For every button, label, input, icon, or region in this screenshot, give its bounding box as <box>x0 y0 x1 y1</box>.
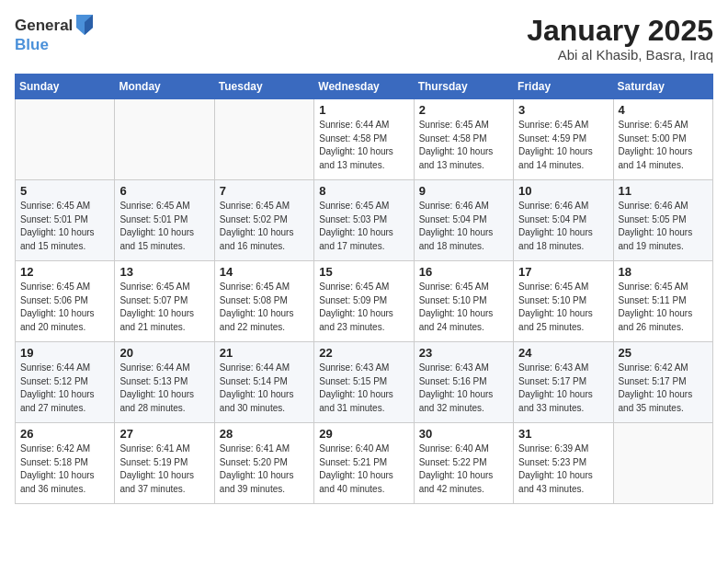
logo-general: General <box>15 17 73 35</box>
calendar-day <box>115 99 214 180</box>
logo-text: General Blue <box>15 15 93 54</box>
calendar-week-1: 1Sunrise: 6:44 AMSunset: 4:58 PMDaylight… <box>16 99 713 180</box>
day-number: 13 <box>119 265 209 279</box>
weekday-saturday: Saturday <box>613 75 712 99</box>
calendar-day: 22Sunrise: 6:43 AMSunset: 5:15 PMDayligh… <box>314 342 414 423</box>
calendar-day <box>16 99 115 180</box>
calendar-table: Sunday Monday Tuesday Wednesday Thursday… <box>15 74 713 504</box>
calendar-day: 3Sunrise: 6:45 AMSunset: 4:59 PMDaylight… <box>514 99 613 180</box>
day-number: 23 <box>419 346 508 360</box>
calendar-day: 1Sunrise: 6:44 AMSunset: 4:58 PMDaylight… <box>314 99 414 180</box>
calendar-day: 20Sunrise: 6:44 AMSunset: 5:13 PMDayligh… <box>115 342 214 423</box>
day-number: 19 <box>20 346 109 360</box>
day-number: 17 <box>518 265 608 279</box>
day-info: Sunrise: 6:45 AMSunset: 5:09 PMDaylight:… <box>319 281 408 334</box>
calendar-day: 30Sunrise: 6:40 AMSunset: 5:22 PMDayligh… <box>414 423 513 504</box>
day-info: Sunrise: 6:45 AMSunset: 4:58 PMDaylight:… <box>419 119 508 172</box>
day-number: 30 <box>419 427 508 441</box>
calendar-day: 6Sunrise: 6:45 AMSunset: 5:01 PMDaylight… <box>115 180 214 261</box>
day-number: 14 <box>220 265 309 279</box>
day-number: 5 <box>20 184 109 198</box>
day-info: Sunrise: 6:41 AMSunset: 5:20 PMDaylight:… <box>220 442 309 496</box>
day-number: 24 <box>518 346 608 360</box>
day-info: Sunrise: 6:45 AMSunset: 4:59 PMDaylight:… <box>518 119 608 172</box>
day-number: 26 <box>20 427 109 441</box>
calendar-day: 19Sunrise: 6:44 AMSunset: 5:12 PMDayligh… <box>16 342 115 423</box>
weekday-header-row: Sunday Monday Tuesday Wednesday Thursday… <box>16 75 713 99</box>
calendar-day: 28Sunrise: 6:41 AMSunset: 5:20 PMDayligh… <box>214 423 313 504</box>
calendar-day: 4Sunrise: 6:45 AMSunset: 5:00 PMDaylight… <box>613 99 712 180</box>
day-info: Sunrise: 6:44 AMSunset: 5:13 PMDaylight:… <box>119 362 209 415</box>
day-info: Sunrise: 6:45 AMSunset: 5:06 PMDaylight:… <box>20 281 109 334</box>
day-info: Sunrise: 6:45 AMSunset: 5:08 PMDaylight:… <box>220 281 309 334</box>
calendar-day: 13Sunrise: 6:45 AMSunset: 5:07 PMDayligh… <box>115 261 214 342</box>
logo-blue: Blue <box>15 37 93 54</box>
day-info: Sunrise: 6:44 AMSunset: 4:58 PMDaylight:… <box>319 119 408 172</box>
day-info: Sunrise: 6:42 AMSunset: 5:17 PMDaylight:… <box>619 362 708 415</box>
day-number: 9 <box>419 184 508 198</box>
calendar-day: 14Sunrise: 6:45 AMSunset: 5:08 PMDayligh… <box>214 261 313 342</box>
day-info: Sunrise: 6:45 AMSunset: 5:01 PMDaylight:… <box>20 200 109 253</box>
calendar-title: January 2025 <box>527 15 713 47</box>
day-number: 7 <box>220 184 309 198</box>
day-info: Sunrise: 6:45 AMSunset: 5:10 PMDaylight:… <box>518 281 608 334</box>
weekday-monday: Monday <box>115 75 214 99</box>
calendar-day: 27Sunrise: 6:41 AMSunset: 5:19 PMDayligh… <box>115 423 214 504</box>
day-info: Sunrise: 6:39 AMSunset: 5:23 PMDaylight:… <box>518 442 608 496</box>
day-info: Sunrise: 6:45 AMSunset: 5:07 PMDaylight:… <box>119 281 209 334</box>
calendar-day <box>613 423 712 504</box>
day-info: Sunrise: 6:46 AMSunset: 5:04 PMDaylight:… <box>419 200 508 253</box>
calendar-day: 16Sunrise: 6:45 AMSunset: 5:10 PMDayligh… <box>414 261 513 342</box>
day-info: Sunrise: 6:45 AMSunset: 5:11 PMDaylight:… <box>619 281 708 334</box>
calendar-day: 11Sunrise: 6:46 AMSunset: 5:05 PMDayligh… <box>613 180 712 261</box>
title-block: January 2025 Abi al Khasib, Basra, Iraq <box>527 15 713 63</box>
calendar-day: 17Sunrise: 6:45 AMSunset: 5:10 PMDayligh… <box>514 261 613 342</box>
day-info: Sunrise: 6:45 AMSunset: 5:02 PMDaylight:… <box>220 200 309 253</box>
logo: General Blue <box>15 15 93 54</box>
day-number: 11 <box>619 184 708 198</box>
calendar-thead: Sunday Monday Tuesday Wednesday Thursday… <box>16 75 713 99</box>
day-number: 27 <box>119 427 209 441</box>
calendar-day: 7Sunrise: 6:45 AMSunset: 5:02 PMDaylight… <box>214 180 313 261</box>
day-number: 28 <box>220 427 309 441</box>
weekday-friday: Friday <box>514 75 613 99</box>
calendar-day: 25Sunrise: 6:42 AMSunset: 5:17 PMDayligh… <box>613 342 712 423</box>
logo-icon <box>76 15 93 35</box>
weekday-thursday: Thursday <box>414 75 513 99</box>
day-number: 4 <box>619 103 708 117</box>
calendar-day: 21Sunrise: 6:44 AMSunset: 5:14 PMDayligh… <box>214 342 313 423</box>
day-number: 8 <box>319 184 408 198</box>
day-number: 12 <box>20 265 109 279</box>
day-number: 20 <box>119 346 209 360</box>
calendar-day: 9Sunrise: 6:46 AMSunset: 5:04 PMDaylight… <box>414 180 513 261</box>
weekday-sunday: Sunday <box>16 75 115 99</box>
calendar-day: 29Sunrise: 6:40 AMSunset: 5:21 PMDayligh… <box>314 423 414 504</box>
day-info: Sunrise: 6:44 AMSunset: 5:12 PMDaylight:… <box>20 362 109 415</box>
day-info: Sunrise: 6:43 AMSunset: 5:17 PMDaylight:… <box>518 362 608 415</box>
day-number: 18 <box>619 265 708 279</box>
calendar-day: 10Sunrise: 6:46 AMSunset: 5:04 PMDayligh… <box>514 180 613 261</box>
calendar-day: 15Sunrise: 6:45 AMSunset: 5:09 PMDayligh… <box>314 261 414 342</box>
calendar-day: 23Sunrise: 6:43 AMSunset: 5:16 PMDayligh… <box>414 342 513 423</box>
day-info: Sunrise: 6:40 AMSunset: 5:22 PMDaylight:… <box>419 442 508 496</box>
calendar-day: 5Sunrise: 6:45 AMSunset: 5:01 PMDaylight… <box>16 180 115 261</box>
day-number: 6 <box>119 184 209 198</box>
weekday-wednesday: Wednesday <box>314 75 414 99</box>
day-number: 15 <box>319 265 408 279</box>
day-number: 31 <box>518 427 608 441</box>
calendar-day: 31Sunrise: 6:39 AMSunset: 5:23 PMDayligh… <box>514 423 613 504</box>
day-number: 1 <box>319 103 408 117</box>
calendar-day: 26Sunrise: 6:42 AMSunset: 5:18 PMDayligh… <box>16 423 115 504</box>
calendar-day: 18Sunrise: 6:45 AMSunset: 5:11 PMDayligh… <box>613 261 712 342</box>
calendar-day: 8Sunrise: 6:45 AMSunset: 5:03 PMDaylight… <box>314 180 414 261</box>
day-number: 22 <box>319 346 408 360</box>
calendar-day: 2Sunrise: 6:45 AMSunset: 4:58 PMDaylight… <box>414 99 513 180</box>
day-number: 10 <box>518 184 608 198</box>
calendar-week-2: 5Sunrise: 6:45 AMSunset: 5:01 PMDaylight… <box>16 180 713 261</box>
calendar-week-3: 12Sunrise: 6:45 AMSunset: 5:06 PMDayligh… <box>16 261 713 342</box>
day-info: Sunrise: 6:45 AMSunset: 5:10 PMDaylight:… <box>419 281 508 334</box>
day-info: Sunrise: 6:45 AMSunset: 5:03 PMDaylight:… <box>319 200 408 253</box>
day-info: Sunrise: 6:43 AMSunset: 5:15 PMDaylight:… <box>319 362 408 415</box>
day-number: 21 <box>220 346 309 360</box>
calendar-subtitle: Abi al Khasib, Basra, Iraq <box>527 47 713 63</box>
